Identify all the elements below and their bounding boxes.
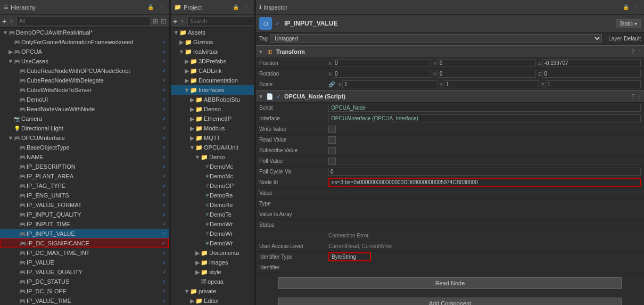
hierarchy-item-check[interactable]: ✓	[160, 126, 169, 131]
rotation-z-input[interactable]	[542, 70, 641, 78]
project-item-demowr1[interactable]: #DemoWr	[171, 219, 254, 229]
hierarchy-item-plant_area[interactable]: 🎮IP_PLANT_AREA✓	[0, 171, 169, 181]
hierarchy-item-name[interactable]: 🎮NAME✓	[0, 152, 169, 162]
hierarchy-item-check[interactable]: ✓	[160, 135, 169, 141]
poll-cycle-input[interactable]	[328, 168, 641, 176]
hierarchy-item-demo_ui[interactable]: 🎮DemoUI✓	[0, 95, 169, 104]
hierarchy-item-input_quality[interactable]: 🎮IP_INPUT_QUALITY✓	[0, 210, 169, 219]
hierarchy-item-check[interactable]: ✓	[160, 164, 169, 169]
hierarchy-item-check[interactable]: ✓	[160, 174, 169, 179]
position-x-input[interactable]	[333, 59, 431, 67]
read-node-button[interactable]: Read Node	[278, 277, 622, 289]
position-y-input[interactable]	[437, 59, 536, 67]
hierarchy-item-check[interactable]: ✓	[160, 154, 169, 160]
project-item-documenta[interactable]: ▶📁Documenta	[171, 248, 254, 258]
static-button[interactable]: Static ▾	[616, 19, 641, 28]
project-lock-icon[interactable]: 🔒	[232, 3, 240, 12]
rotation-x-input[interactable]	[333, 70, 431, 78]
hierarchy-item-directional[interactable]: 💡Directional Light✓	[0, 123, 169, 133]
project-item-demore1[interactable]: #DemoRe	[171, 191, 254, 200]
scale-y-input[interactable]	[444, 80, 539, 88]
project-item-demomc2[interactable]: #DemoMc	[171, 171, 254, 181]
project-item-style[interactable]: ▶📁style	[171, 267, 254, 277]
scale-x-input[interactable]	[342, 80, 437, 88]
hierarchy-item-dc_significance[interactable]: 🎮IP_DC_SIGNIFICANCE✓	[0, 238, 169, 248]
tag-select[interactable]: Untagged	[270, 34, 602, 43]
hierarchy-item-check[interactable]: ✓	[160, 106, 169, 112]
project-item-cadlink[interactable]: ▶📁CADLink	[171, 66, 254, 76]
hierarchy-item-check[interactable]: ✓	[160, 250, 169, 255]
hierarchy-item-input_value[interactable]: 🎮IP_INPUT_VALUE✓	[0, 229, 169, 238]
transform-menu-icon[interactable]: ⋮	[637, 49, 642, 55]
hierarchy-item-check[interactable]: ✓	[160, 183, 169, 188]
hierarchy-item-opcua_interface[interactable]: ▼🎮OPCUAInterface✓	[0, 133, 169, 143]
hierarchy-item-check[interactable]: ✓	[160, 298, 169, 303]
position-z-input[interactable]	[542, 59, 641, 67]
project-item-realvirtual[interactable]: ▼📁realvirtual	[171, 47, 254, 56]
hierarchy-item-tag_type[interactable]: 🎮IP_TAG_TYPE✓	[0, 181, 169, 191]
project-item-denso[interactable]: ▶📁Denso	[171, 104, 254, 114]
project-item-modbus[interactable]: ▶📁Modbus	[171, 123, 254, 133]
opcua-help-icon[interactable]: ?	[631, 94, 634, 100]
hierarchy-extra-button[interactable]: ⊡	[161, 17, 167, 25]
project-item-demomc1[interactable]: #DemoMc	[171, 162, 254, 171]
hierarchy-item-dc_slope[interactable]: 🎮IP_DC_SLOPE✓	[0, 286, 169, 296]
hierarchy-item-demo_opcua[interactable]: ▼🎮DemoOPCUAwithRealvirtual*	[0, 28, 169, 37]
hierarchy-item-check[interactable]: ✓	[160, 116, 169, 121]
project-item-demowr2[interactable]: #DemoWr	[171, 229, 254, 238]
inspector-menu-icon[interactable]: ⋮	[632, 3, 641, 12]
hierarchy-item-check[interactable]: ✓	[160, 59, 169, 64]
hierarchy-item-only_for_game[interactable]: 🎮OnlyForGame4AutomationFrameworkneed✓	[0, 37, 169, 47]
project-menu-icon[interactable]: ⋮	[242, 3, 251, 12]
write-value-checkbox[interactable]	[328, 126, 336, 133]
hierarchy-menu-icon[interactable]: ⋮	[157, 3, 166, 12]
hierarchy-item-check[interactable]: ✓	[160, 288, 169, 294]
opcua-menu-icon[interactable]: ⋮	[637, 94, 642, 100]
project-search-input[interactable]	[187, 17, 260, 26]
hierarchy-item-check[interactable]: ✓	[160, 87, 169, 93]
transform-help-icon[interactable]: ?	[631, 49, 634, 55]
hierarchy-search-input[interactable]	[16, 17, 151, 26]
opcua-node-component-header[interactable]: ▼ 📄 ✓ OPCUA_Node (Script) ? ⋮	[256, 90, 644, 103]
hierarchy-item-check[interactable]: ✓	[160, 231, 169, 236]
hierarchy-filter-button[interactable]: ⊞	[153, 17, 159, 25]
project-item-3dprefabs[interactable]: ▶📁3DPrefabs	[171, 56, 254, 66]
project-item-editor[interactable]: ▶📁Editor	[171, 296, 254, 305]
hierarchy-item-cube_write[interactable]: 🎮CubeWriteNodeToServer✓	[0, 85, 169, 95]
add-component-button[interactable]: Add Component	[278, 298, 622, 305]
hierarchy-item-check[interactable]: ✓	[160, 145, 169, 150]
project-item-assets[interactable]: ▼📁Assets	[171, 28, 254, 37]
hierarchy-item-value_quality[interactable]: 🎮IP_VALUE_QUALITY✓	[0, 267, 169, 277]
hierarchy-item-ip_value[interactable]: 🎮IP_VALUE✓	[0, 258, 169, 267]
opcua-enabled-checkbox[interactable]: ✓	[276, 93, 281, 100]
scale-z-input[interactable]	[546, 80, 641, 88]
hierarchy-item-check[interactable]: ✓	[160, 68, 169, 73]
project-item-gizmos[interactable]: ▶📁Gizmos	[171, 37, 254, 47]
rotation-y-input[interactable]	[437, 70, 536, 78]
hierarchy-item-check[interactable]: ✓	[160, 212, 169, 217]
hierarchy-item-read_node[interactable]: 🎮ReadNodeValueWithNode✓	[0, 104, 169, 114]
hierarchy-item-eng_units[interactable]: 🎮IP_ENG_UNITS✓	[0, 191, 169, 200]
hierarchy-add-button[interactable]: +	[2, 17, 6, 26]
project-item-ethernetip[interactable]: ▶📁EthernetIP	[171, 114, 254, 123]
gameobject-enabled-checkbox[interactable]: ✓	[275, 20, 280, 27]
project-item-documentation[interactable]: ▶📁Documentation	[171, 76, 254, 85]
hierarchy-item-check[interactable]: ✓	[160, 241, 168, 246]
hierarchy-item-cube_read[interactable]: 🎮CubeReadNodeWithOPCUANodeScript✓	[0, 66, 169, 76]
hierarchy-item-check[interactable]: ✓	[160, 202, 169, 208]
hierarchy-item-check[interactable]: ✓	[160, 279, 169, 284]
project-item-abbrobot[interactable]: ▶📁ABBRobotStu	[171, 95, 254, 104]
hierarchy-item-opcua[interactable]: ▶🎮OPCUA✓	[0, 47, 169, 56]
project-item-demore2[interactable]: #DemoRe	[171, 200, 254, 210]
hierarchy-item-check[interactable]: ✓	[160, 97, 169, 102]
inspector-lock-icon[interactable]: 🔒	[622, 3, 630, 12]
hierarchy-item-cube_read2[interactable]: 🎮CubeReadNodeWithDelegate✓	[0, 76, 169, 85]
hierarchy-item-check[interactable]: ✓	[160, 39, 169, 45]
hierarchy-item-description[interactable]: 🎮IP_DESCRIPTION✓	[0, 162, 169, 171]
project-item-demo[interactable]: ▼📁Demo	[171, 152, 254, 162]
project-add-button[interactable]: +	[173, 17, 177, 26]
project-item-opcua_scene[interactable]: 🎬opcua	[171, 277, 254, 286]
project-item-mqtt[interactable]: ▶📁MQTT	[171, 133, 254, 143]
hierarchy-item-base_object[interactable]: 🎮BaseObjectType✓	[0, 143, 169, 152]
hierarchy-item-value_time[interactable]: 🎮IP_VALUE_TIME✓	[0, 296, 169, 305]
